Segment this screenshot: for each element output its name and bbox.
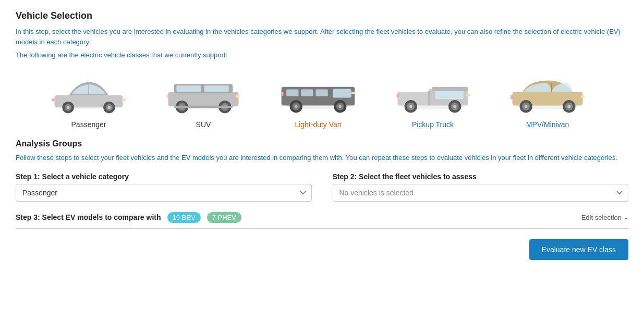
step2-group: Step 2: Select the fleet vehicles to ass… [333,172,629,202]
svg-rect-53 [428,91,431,105]
vehicle-classes-container: Passenger [16,69,628,129]
svg-rect-10 [52,98,56,101]
svg-rect-25 [174,106,233,108]
svg-rect-9 [122,98,126,101]
svg-rect-24 [167,95,172,98]
svg-point-34 [295,105,298,108]
phev-badge: 7 PHEV [207,212,241,223]
svg-rect-29 [286,89,298,96]
chevron-down-icon: ⌄ [624,214,628,221]
svg-rect-52 [397,94,399,98]
suv-image [162,69,245,116]
edit-selection-label: Edit selection [581,214,622,221]
page-title: Vehicle Selection [16,10,628,21]
svg-rect-64 [511,95,514,100]
step1-select[interactable]: Passenger SUV Light-duty Van Pickup Truc… [16,184,312,202]
bottom-row: Evaluate new EV class [16,239,628,260]
suv-label: SUV [196,120,211,129]
truck-label: Pickup Truck [412,120,454,129]
svg-rect-23 [236,95,240,98]
svg-point-47 [409,105,412,108]
vehicle-class-truck[interactable]: Pickup Truck [375,69,490,129]
truck-image [391,69,475,116]
step3-row: Step 3: Select EV models to compare with… [16,212,628,229]
analysis-groups-title: Analysis Groups [16,139,628,148]
svg-point-8 [108,106,111,109]
mpv-image [506,69,589,116]
step2-select[interactable]: No vehicles is selected [333,184,629,202]
svg-point-50 [453,105,456,108]
svg-rect-44 [432,87,468,91]
evaluate-new-ev-class-button[interactable]: Evaluate new EV class [529,239,628,260]
step2-label: Step 2: Select the fleet vehicles to ass… [333,172,629,181]
mpv-label: MPV/Minivan [526,120,569,129]
svg-rect-43 [435,90,464,99]
vehicle-class-suv[interactable]: SUV [146,69,261,129]
svg-rect-38 [351,92,356,94]
svg-point-62 [567,105,570,108]
bev-badge: 19 BEV [167,212,201,223]
vehicle-class-passenger[interactable]: Passenger [31,69,146,129]
edit-selection-button[interactable]: Edit selection ⌄ [581,214,628,221]
svg-rect-39 [281,92,284,96]
passenger-image [47,69,130,116]
svg-rect-63 [581,95,585,98]
svg-point-37 [338,105,342,108]
svg-rect-31 [315,89,327,96]
vehicle-class-van[interactable]: Light-duty Van [261,69,375,129]
step1-label: Step 1: Select a vehicle category [16,172,312,181]
steps-row: Step 1: Select a vehicle category Passen… [16,172,628,202]
van-label: Light-duty Van [295,120,341,129]
intro-text: In this step, select the vehicles you ar… [16,27,628,47]
svg-point-59 [525,105,528,108]
svg-point-5 [67,106,70,109]
svg-rect-30 [301,89,313,96]
analysis-desc: Follow these steps to select your fleet … [16,153,628,163]
step3-label: Step 3: Select EV models to compare with [16,213,161,221]
step1-group: Step 1: Select a vehicle category Passen… [16,172,312,202]
svg-rect-28 [333,89,351,98]
svg-rect-14 [176,85,201,92]
svg-rect-51 [466,94,470,96]
vehicle-class-mpv[interactable]: MPV/Minivan [490,69,605,129]
passenger-label: Passenger [71,120,106,129]
svg-rect-15 [204,85,229,92]
support-text: The following are the electric vehicle c… [16,51,628,59]
van-image [276,69,360,116]
step3-left: Step 3: Select EV models to compare with… [16,212,241,223]
